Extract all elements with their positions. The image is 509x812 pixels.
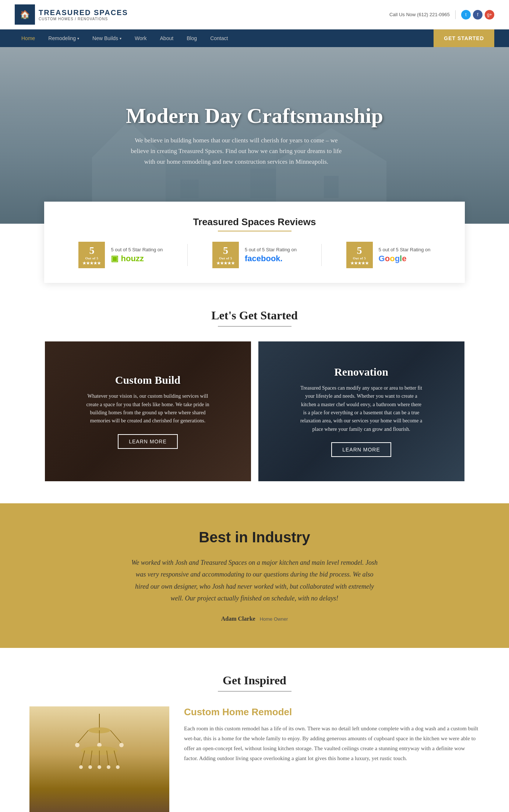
renovation-bg: Renovation Treasured Spaces can modify a… <box>258 341 464 481</box>
svg-line-10 <box>110 730 121 743</box>
svg-point-22 <box>98 765 101 769</box>
inspired-title: Get Inspired <box>29 674 480 687</box>
get-started-divider <box>218 326 291 327</box>
top-right: Call Us Now (612) 221-0965 t f g+ <box>389 10 494 19</box>
google-badge: 5 Out of 5 ★★★★★ <box>346 242 373 268</box>
nav-item-remodeling[interactable]: Remodeling ▾ <box>42 29 86 47</box>
houzz-score-label: Out of 5 <box>85 256 99 260</box>
svg-point-23 <box>107 765 110 769</box>
chevron-icon: ▾ <box>120 36 121 40</box>
review-item-facebook: 5 Out of 5 ★★★★★ 5 out of 5 Star Rating … <box>212 242 297 268</box>
social-icons: t f g+ <box>461 10 494 19</box>
inspired-article: Custom Home Remodel Each room in this cu… <box>184 706 480 763</box>
houzz-info: 5 out of 5 Star Rating on ▣ houzz <box>111 247 163 263</box>
facebook-rating-text: 5 out of 5 Star Rating on <box>245 247 297 252</box>
get-started-title: Let's Get Started <box>0 309 509 322</box>
reviews-section: Treasured Spaces Reviews 5 Out of 5 ★★★★… <box>44 202 465 283</box>
get-started-button[interactable]: GET STARTED <box>434 29 494 47</box>
facebook-score: 5 <box>223 245 228 256</box>
renovation-text: Treasured Spaces can modify any space or… <box>299 384 424 433</box>
custom-build-bg: Custom Build Whatever your vision is, ou… <box>45 341 251 481</box>
gplus-icon[interactable]: g+ <box>485 10 494 19</box>
best-title: Best in Industry <box>37 529 472 546</box>
reviews-wrapper: Treasured Spaces Reviews 5 Out of 5 ★★★★… <box>0 202 509 283</box>
custom-build-title: Custom Build <box>115 374 181 386</box>
hero-title: Modern Day Craftsmanship <box>126 103 383 128</box>
google-stars: ★★★★★ <box>350 261 369 266</box>
divider <box>455 10 456 19</box>
houzz-rating-text: 5 out of 5 Star Rating on <box>111 247 163 252</box>
reviews-divider <box>218 231 291 231</box>
custom-build-learn-more[interactable]: LEARN MORE <box>118 434 178 449</box>
logo-icon: 🏠 <box>15 4 35 25</box>
facebook-icon[interactable]: f <box>473 10 483 19</box>
svg-point-13 <box>119 743 124 747</box>
nav-links: Home Remodeling ▾ New Builds ▾ Work Abou… <box>15 29 234 47</box>
inspired-divider <box>218 691 291 692</box>
nav-item-new-builds[interactable]: New Builds ▾ <box>86 29 128 47</box>
chandelier-svg <box>63 714 136 812</box>
reviews-grid: 5 Out of 5 ★★★★★ 5 out of 5 Star Rating … <box>66 242 443 268</box>
facebook-info: 5 out of 5 Star Rating on facebook. <box>245 247 297 263</box>
renovation-card[interactable]: Renovation Treasured Spaces can modify a… <box>258 341 464 481</box>
google-score-label: Out of 5 <box>353 256 366 260</box>
hero-section: Modern Day Craftsmanship We believe in b… <box>0 47 509 224</box>
nav-item-contact[interactable]: Contact <box>204 29 234 47</box>
svg-point-20 <box>79 765 83 769</box>
hero-text: We believe in building homes that our cl… <box>126 135 347 167</box>
inspired-image <box>29 706 169 812</box>
svg-point-11 <box>75 743 79 747</box>
top-bar: 🏠 TREASURED SPACES CUSTOM HOMES / RENOVA… <box>0 0 509 29</box>
best-quote: We worked with Josh and Treasured Spaces… <box>130 557 380 604</box>
houzz-stars: ★★★★★ <box>82 261 101 266</box>
logo-area: 🏠 TREASURED SPACES CUSTOM HOMES / RENOVA… <box>15 4 128 25</box>
best-author-role: Home Owner <box>260 616 288 622</box>
nav-item-home[interactable]: Home <box>15 29 42 47</box>
facebook-stars: ★★★★★ <box>216 261 235 266</box>
google-rating-text: 5 out of 5 Star Rating on <box>379 247 431 252</box>
best-author-name: Adam Clarke <box>221 616 255 622</box>
hero-content: Modern Day Craftsmanship We believe in b… <box>119 96 390 175</box>
google-label: Google <box>379 254 431 263</box>
divider-1 <box>187 244 188 266</box>
inspired-article-title: Custom Home Remodel <box>184 706 480 718</box>
service-cards: Custom Build Whatever your vision is, ou… <box>0 341 509 503</box>
chevron-icon: ▾ <box>77 36 79 40</box>
inspired-header: Get Inspired <box>29 674 480 692</box>
google-score: 5 <box>357 245 362 256</box>
svg-rect-5 <box>324 176 339 198</box>
houzz-badge: 5 Out of 5 ★★★★★ <box>78 242 105 268</box>
custom-build-text: Whatever your vision is, our custom buil… <box>85 392 211 425</box>
nav-bar: Home Remodeling ▾ New Builds ▾ Work Abou… <box>0 29 509 47</box>
svg-line-19 <box>114 751 118 765</box>
renovation-learn-more[interactable]: LEARN MORE <box>331 442 391 457</box>
renovation-title: Renovation <box>334 366 388 378</box>
custom-build-card[interactable]: Custom Build Whatever your vision is, ou… <box>45 341 251 481</box>
houzz-label: ▣ houzz <box>111 254 163 263</box>
facebook-label: facebook. <box>245 254 297 263</box>
review-item-google: 5 Out of 5 ★★★★★ 5 out of 5 Star Rating … <box>346 242 431 268</box>
facebook-badge: 5 Out of 5 ★★★★★ <box>212 242 239 268</box>
nav-item-blog[interactable]: Blog <box>180 29 204 47</box>
review-item-houzz: 5 Out of 5 ★★★★★ 5 out of 5 Star Rating … <box>78 242 163 268</box>
nav-item-about[interactable]: About <box>153 29 180 47</box>
svg-rect-3 <box>180 180 199 198</box>
facebook-score-label: Out of 5 <box>219 256 232 260</box>
google-info: 5 out of 5 Star Rating on Google <box>379 247 431 263</box>
get-started-section: Let's Get Started <box>0 283 509 341</box>
twitter-icon[interactable]: t <box>461 10 471 19</box>
get-inspired-section: Get Inspired <box>0 648 509 812</box>
svg-point-24 <box>116 765 120 769</box>
inspired-article-text: Each room in this custom remodel has a l… <box>184 724 480 763</box>
logo-subtitle: CUSTOM HOMES / RENOVATIONS <box>39 17 128 21</box>
best-in-industry-section: Best in Industry We worked with Josh and… <box>0 503 509 648</box>
nav-item-work[interactable]: Work <box>128 29 153 47</box>
reviews-title: Treasured Spaces Reviews <box>66 216 443 228</box>
chandelier-bg <box>29 706 169 812</box>
inspired-content: Custom Home Remodel Each room in this cu… <box>29 706 480 812</box>
houzz-score: 5 <box>89 245 94 256</box>
logo-text: TREASURED SPACES CUSTOM HOMES / RENOVATI… <box>39 8 128 21</box>
svg-point-21 <box>88 765 92 769</box>
phone-text: Call Us Now (612) 221-0965 <box>389 12 450 17</box>
best-author: Adam Clarke Home Owner <box>37 616 472 622</box>
